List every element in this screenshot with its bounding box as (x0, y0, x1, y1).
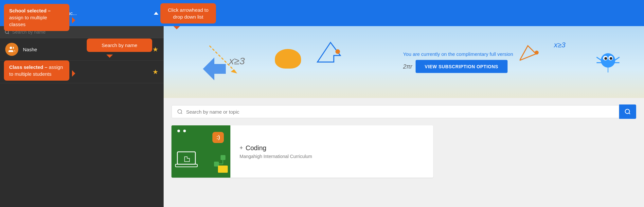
spider-character (595, 49, 621, 76)
svg-marker-8 (231, 69, 237, 73)
search-icon (177, 109, 183, 115)
activity-area: :) (164, 125, 644, 207)
list-item[interactable]: Nashe ★ (0, 38, 164, 61)
activity-info: + Coding Mangahigh International Curricu… (230, 136, 321, 167)
main-content: itivities x≥3 You (164, 0, 644, 207)
avatar (5, 43, 18, 56)
svg-line-16 (615, 57, 619, 60)
svg-point-6 (335, 49, 340, 54)
activity-title: Coding (246, 144, 266, 152)
sun-decoration (275, 49, 301, 69)
star-icon[interactable]: ★ (152, 45, 158, 53)
speech-bubble: :) (212, 132, 224, 143)
svg-point-20 (535, 51, 539, 55)
geo-arrow-shape (314, 39, 344, 67)
search-button[interactable] (619, 104, 636, 119)
svg-point-13 (610, 57, 612, 60)
svg-point-9 (601, 53, 615, 68)
sidebar: School of Special Educ... Nashe ★ Thomas… (0, 0, 164, 207)
view-subscription-button[interactable]: VIEW SUBSCRIPTION OPTIONS (416, 60, 508, 73)
class-list: Nashe ★ Thomas ★ (0, 38, 164, 207)
svg-point-12 (604, 57, 607, 60)
search-icon (5, 29, 9, 35)
dropdown-arrow-icon[interactable] (154, 12, 158, 15)
search-bar-area (164, 98, 644, 125)
subscription-text: You are currently on the complimentary f… (403, 51, 513, 57)
list-item[interactable]: Thomas ★ (0, 61, 164, 83)
class-item-name: Thomas (23, 69, 148, 75)
svg-marker-19 (520, 46, 536, 60)
sidebar-header: School of Special Educ... (0, 0, 164, 26)
activity-thumbnail: :) (171, 125, 230, 178)
right-formula: x≥3 (554, 41, 565, 49)
activity-curriculum: Mangahigh International Curriculum (240, 154, 312, 159)
users-icon (8, 46, 15, 53)
orange-arrow-right (520, 44, 539, 63)
svg-point-3 (10, 69, 12, 72)
subscription-area: You are currently on the complimentary f… (403, 51, 513, 73)
svg-line-14 (597, 57, 601, 60)
page-title: itivities (171, 8, 195, 18)
trig-formula: 2πr (403, 63, 412, 70)
star-icon[interactable]: ★ (152, 68, 158, 76)
class-search-input[interactable] (12, 29, 159, 35)
svg-rect-28 (221, 155, 225, 160)
activity-card: :) (171, 125, 433, 178)
school-selector[interactable]: School of Special Educ... (22, 10, 158, 16)
activity-search-input[interactable] (186, 109, 614, 115)
avatar (5, 65, 18, 78)
svg-line-24 (629, 113, 630, 114)
top-bar: itivities (164, 0, 644, 26)
svg-rect-25 (177, 152, 195, 164)
orange-dash-line (206, 42, 239, 76)
svg-point-21 (178, 109, 182, 113)
svg-line-22 (181, 113, 182, 114)
grid-icon-button[interactable] (5, 7, 18, 20)
school-name: School of Special Educ... (22, 10, 77, 16)
users-icon (8, 68, 15, 75)
grid-icon (7, 8, 16, 18)
svg-point-23 (625, 109, 630, 114)
search-button-icon (624, 108, 631, 115)
class-item-name: Nashe (23, 47, 148, 52)
svg-line-7 (209, 46, 236, 72)
banner: x≥3 You are currently on the complime (164, 26, 644, 98)
svg-line-1 (8, 33, 9, 34)
plus-icon: + (240, 145, 243, 151)
class-search-box (0, 26, 164, 38)
svg-point-2 (10, 47, 12, 49)
svg-point-0 (5, 30, 9, 33)
search-input-wrap (171, 105, 619, 118)
